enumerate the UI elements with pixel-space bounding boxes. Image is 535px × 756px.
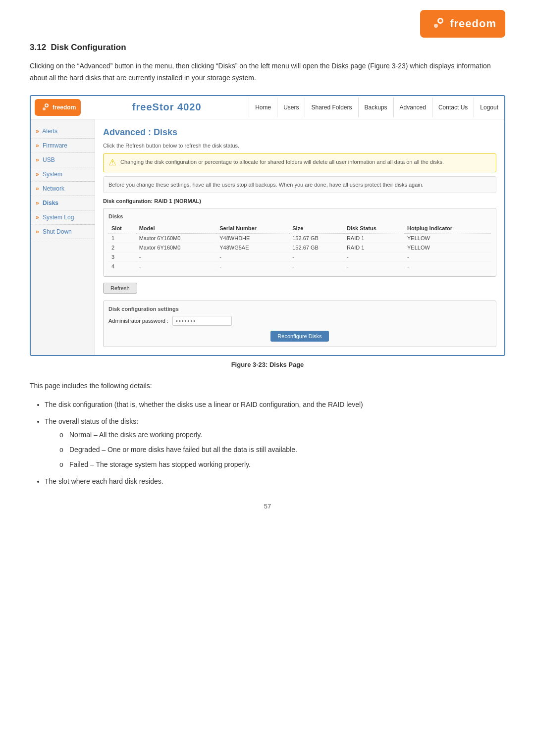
cell-slot: 1 — [108, 234, 136, 243]
cell-model: - — [136, 262, 217, 271]
list-item-2: The overall status of the disks: Normal … — [45, 416, 505, 471]
cell-slot: 3 — [108, 252, 136, 262]
sidebar: » Alerts » Firmware » USB » System » Net… — [31, 119, 95, 355]
section-heading: 3.12 Disk Configuration — [30, 43, 505, 52]
cell-hotplug: - — [404, 252, 491, 262]
intro-paragraph: Clicking on the “Advanced” button in the… — [30, 60, 505, 84]
sidebar-item-disks[interactable]: » Disks — [31, 196, 95, 210]
disks-section-title: Disks — [108, 213, 491, 219]
admin-password-input[interactable] — [172, 316, 232, 326]
section-title: Disk Configuration — [51, 43, 126, 52]
raid-label: Disk configuration: RAID 1 (NORMAL) — [103, 198, 496, 204]
cell-size: 152.67 GB — [289, 243, 344, 252]
col-slot: Slot — [108, 223, 136, 234]
svg-point-2 — [439, 19, 442, 22]
info-box: Before you change these settings, have a… — [103, 176, 496, 194]
table-row: 3----- — [108, 252, 491, 262]
admin-password-label: Administrator password : — [108, 318, 168, 324]
nav-logo-icon — [40, 102, 51, 113]
cell-status: RAID 1 — [344, 243, 404, 252]
sub-list-item-degraded: Degraded – One or more disks have failed… — [59, 444, 505, 456]
page-number: 57 — [30, 503, 505, 510]
sidebar-item-system[interactable]: » System — [31, 167, 95, 182]
body-text: This page includes the following details… — [30, 380, 505, 392]
reconfigure-disks-button[interactable]: Reconfigure Disks — [270, 331, 328, 342]
ui-screenshot: freedom freeStor 4020 Home Users Shared … — [30, 95, 505, 356]
cell-hotplug: YELLOW — [404, 234, 491, 243]
nav-link-contact-us[interactable]: Contact Us — [432, 98, 474, 117]
top-logo-text: freedom — [450, 17, 496, 30]
cell-serial: Y48WHDHE — [216, 234, 289, 243]
nav-link-logout[interactable]: Logout — [474, 98, 504, 117]
nav-logo: freedom — [35, 99, 81, 116]
cell-status: - — [344, 252, 404, 262]
warning-box: ⚠ Changing the disk configuration or per… — [103, 153, 496, 172]
list-item-1: The disk configuration (that is, whether… — [45, 399, 505, 411]
cell-size: - — [289, 262, 344, 271]
disks-section: Disks Slot Model Serial Number Size Disk… — [103, 208, 496, 277]
cell-model: - — [136, 252, 217, 262]
cell-slot: 2 — [108, 243, 136, 252]
cell-serial: Y48WG5AE — [216, 243, 289, 252]
cell-slot: 4 — [108, 262, 136, 271]
table-row: 1Maxtor 6Y160M0Y48WHDHE152.67 GBRAID 1YE… — [108, 234, 491, 243]
top-logo-area: freedom — [30, 10, 505, 38]
warning-icon: ⚠ — [108, 157, 116, 168]
col-hotplug: Hotplug Indicator — [404, 223, 491, 234]
refresh-instruction: Click the Refresh button below to refres… — [103, 143, 496, 149]
nav-link-backups[interactable]: Backups — [358, 98, 393, 117]
config-section-title: Disk configuration settings — [108, 306, 491, 312]
sidebar-item-system-log[interactable]: » System Log — [31, 210, 95, 225]
cell-status: - — [344, 262, 404, 271]
sidebar-item-alerts[interactable]: » Alerts — [31, 124, 95, 139]
cell-serial: - — [216, 252, 289, 262]
top-logo-box: freedom — [420, 10, 505, 38]
nav-bar: freedom freeStor 4020 Home Users Shared … — [31, 96, 504, 119]
cell-size: 152.67 GB — [289, 234, 344, 243]
list-item-3: The slot where each hard disk resides. — [45, 476, 505, 488]
nav-link-users[interactable]: Users — [277, 98, 305, 117]
nav-links: Home Users Shared Folders Backups Advanc… — [249, 98, 504, 117]
nav-link-advanced[interactable]: Advanced — [393, 98, 432, 117]
sidebar-item-firmware[interactable]: » Firmware — [31, 139, 95, 153]
svg-point-7 — [43, 107, 46, 110]
disk-config-section: Disk configuration settings Administrato… — [103, 301, 496, 347]
sub-list-item-failed: Failed – The storage system has stopped … — [59, 459, 505, 471]
bullet-list: The disk configuration (that is, whether… — [45, 399, 505, 488]
cell-model: Maxtor 6Y160M0 — [136, 234, 217, 243]
admin-password-row: Administrator password : — [108, 316, 491, 326]
svg-point-0 — [430, 16, 446, 32]
nav-link-shared-folders[interactable]: Shared Folders — [305, 98, 358, 117]
cell-status: RAID 1 — [344, 234, 404, 243]
svg-point-6 — [46, 104, 48, 106]
warning-text: Changing the disk configuration or perce… — [120, 158, 444, 166]
svg-point-3 — [434, 24, 438, 28]
main-area: » Alerts » Firmware » USB » System » Net… — [31, 119, 504, 355]
freedom-top-logo-icon — [429, 15, 447, 33]
col-serial: Serial Number — [216, 223, 289, 234]
content-area: Advanced : Disks Click the Refresh butto… — [95, 119, 504, 355]
nav-title: freeStor 4020 — [85, 101, 249, 113]
cell-hotplug: YELLOW — [404, 243, 491, 252]
sub-list-item-normal: Normal – All the disks are working prope… — [59, 429, 505, 441]
table-row: 2Maxtor 6Y160M0Y48WG5AE152.67 GBRAID 1YE… — [108, 243, 491, 252]
cell-serial: - — [216, 262, 289, 271]
cell-hotplug: - — [404, 262, 491, 271]
sidebar-item-network[interactable]: » Network — [31, 182, 95, 196]
nav-logo-text: freedom — [53, 104, 76, 111]
col-disk-status: Disk Status — [344, 223, 404, 234]
section-number: 3.12 — [30, 43, 46, 52]
col-size: Size — [289, 223, 344, 234]
cell-size: - — [289, 252, 344, 262]
cell-model: Maxtor 6Y160M0 — [136, 243, 217, 252]
col-model: Model — [136, 223, 217, 234]
nav-link-home[interactable]: Home — [249, 98, 277, 117]
figure-caption: Figure 3-23: Disks Page — [30, 361, 505, 368]
svg-point-4 — [40, 102, 50, 112]
table-row: 4----- — [108, 262, 491, 271]
refresh-button[interactable]: Refresh — [103, 283, 137, 294]
sidebar-item-usb[interactable]: » USB — [31, 153, 95, 167]
disk-table: Slot Model Serial Number Size Disk Statu… — [108, 223, 491, 271]
sidebar-item-shut-down[interactable]: » Shut Down — [31, 225, 95, 239]
content-heading: Advanced : Disks — [103, 127, 496, 138]
